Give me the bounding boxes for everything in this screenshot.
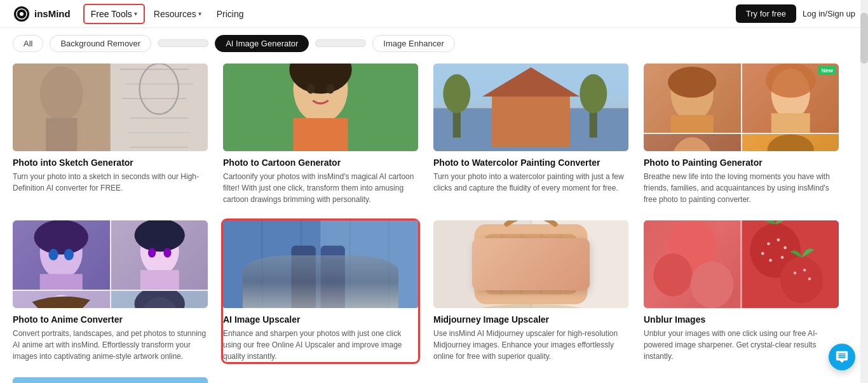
card-cartoon-desc: Cartoonify your photos with insMind's ma… <box>223 171 418 205</box>
new-badge: New <box>818 66 836 75</box>
svg-point-77 <box>653 253 692 297</box>
try-free-button[interactable]: Try for free <box>736 4 796 23</box>
svg-point-81 <box>777 238 780 241</box>
svg-point-80 <box>767 242 770 245</box>
svg-rect-40 <box>40 274 83 290</box>
filter-all[interactable]: All <box>13 35 43 52</box>
card-watercolor-image <box>433 64 628 151</box>
svg-point-10 <box>140 64 179 114</box>
card-midjourney[interactable]: Midjourney Image Upscaler Use insMind AI… <box>433 220 628 362</box>
svg-point-85 <box>761 252 764 255</box>
pricing-link[interactable]: Pricing <box>210 5 250 23</box>
login-button[interactable]: Log in/Sign up <box>803 9 855 18</box>
svg-point-78 <box>691 261 734 308</box>
card-cartoon-image <box>223 64 418 151</box>
painting-sub-4 <box>742 134 839 151</box>
filter-bar: All Background Remover AI Image Generato… <box>13 28 839 58</box>
anime-sub-4 <box>111 291 208 308</box>
svg-rect-6 <box>46 118 77 151</box>
svg-point-33 <box>765 64 815 98</box>
card-anime-image <box>13 220 208 308</box>
filter-placeholder2[interactable] <box>315 39 366 47</box>
filter-ai-generator[interactable]: AI Image Generator <box>215 35 309 52</box>
svg-point-25 <box>443 74 470 113</box>
card-painting-title: Photo to Painting Generator <box>644 158 839 168</box>
nav-right: Try for free Log in/Sign up <box>736 4 855 23</box>
svg-point-41 <box>34 220 88 255</box>
card-sketch-title: Photo into Sketch Generator <box>13 158 208 168</box>
scrollbar-thumb[interactable] <box>860 13 868 64</box>
chat-widget[interactable] <box>829 344 855 370</box>
chat-icon <box>835 350 849 364</box>
svg-rect-29 <box>671 115 714 133</box>
chevron-down-icon: ▾ <box>134 10 137 17</box>
svg-rect-3 <box>13 64 111 151</box>
anime-sub-3 <box>13 291 110 308</box>
card-unblur-title: Unblur Images <box>644 314 839 325</box>
card-anime-title: Photo to Anime Converter <box>13 314 208 325</box>
svg-point-87 <box>794 272 797 275</box>
card-midjourney-desc: Use insMind AI Midjourney upscaler for h… <box>433 328 628 362</box>
card-unblur[interactable]: Unblur Images Unblur your images with on… <box>644 220 839 362</box>
svg-point-82 <box>783 246 787 250</box>
card-cartoon[interactable]: Photo to Cartoon Generator Cartoonify yo… <box>223 64 418 205</box>
anime-sub-1 <box>13 220 110 290</box>
card-shoes[interactable] <box>13 377 208 383</box>
card-upscaler[interactable]: AI Image Upscaler Enhance and sharpen yo… <box>223 220 418 362</box>
svg-point-19 <box>327 84 334 93</box>
svg-point-2 <box>20 12 24 16</box>
card-midjourney-title: Midjourney Image Upscaler <box>433 314 628 325</box>
card-shoes-image <box>13 377 208 383</box>
svg-point-84 <box>769 259 772 262</box>
painting-sub-2: New <box>742 64 839 133</box>
svg-point-27 <box>580 74 607 113</box>
svg-rect-71 <box>521 257 541 271</box>
svg-rect-45 <box>140 270 179 290</box>
card-sketch[interactable]: Photo into Sketch Generator Turn your ph… <box>13 64 208 205</box>
svg-point-89 <box>808 278 811 281</box>
main-content: All Background Remover AI Image Generato… <box>0 28 851 383</box>
svg-rect-61 <box>321 246 345 308</box>
svg-point-42 <box>48 249 58 260</box>
resources-menu[interactable]: Resources ▾ <box>147 5 208 23</box>
nav-links: Free Tools ▾ Resources ▾ Pricing <box>83 4 736 24</box>
free-tools-menu[interactable]: Free Tools ▾ <box>83 4 145 24</box>
card-anime[interactable]: Photo to Anime Converter Convert portrai… <box>13 220 208 362</box>
scrollbar[interactable] <box>860 0 868 383</box>
logo[interactable]: insMind <box>13 5 71 23</box>
svg-point-34 <box>671 137 714 151</box>
svg-point-38 <box>767 135 813 151</box>
svg-rect-70 <box>484 234 578 294</box>
chevron-down-icon: ▾ <box>198 10 201 17</box>
svg-point-47 <box>147 248 155 257</box>
svg-rect-16 <box>294 118 348 151</box>
svg-point-86 <box>780 257 824 304</box>
svg-rect-4 <box>111 64 208 151</box>
painting-sub-1 <box>644 64 741 133</box>
svg-point-18 <box>307 84 315 93</box>
svg-point-53 <box>134 291 184 308</box>
svg-rect-54 <box>223 220 321 308</box>
svg-rect-72 <box>524 260 538 268</box>
pricing-label: Pricing <box>217 9 244 19</box>
logo-text: insMind <box>34 8 71 19</box>
filter-bg-remover[interactable]: Background Remover <box>50 35 151 52</box>
navbar: insMind Free Tools ▾ Resources ▾ Pricing… <box>0 0 868 28</box>
svg-point-48 <box>163 248 171 257</box>
card-painting[interactable]: New <box>644 64 839 205</box>
card-unblur-image <box>644 220 839 308</box>
svg-point-5 <box>40 67 83 121</box>
svg-point-30 <box>668 67 716 98</box>
card-watercolor[interactable]: Photo to Watercolor Painting Converter T… <box>433 64 628 205</box>
tools-grid: Photo into Sketch Generator Turn your ph… <box>13 58 839 383</box>
card-watercolor-desc: Turn your photo into a watercolor painti… <box>433 171 628 194</box>
filter-enhancer[interactable]: Image Enhancer <box>372 35 454 52</box>
card-sketch-image <box>13 64 208 151</box>
resources-label: Resources <box>154 9 196 19</box>
svg-point-83 <box>781 256 784 259</box>
painting-sub-3 <box>644 134 741 151</box>
logo-icon <box>13 5 31 23</box>
filter-placeholder1[interactable] <box>158 39 208 47</box>
card-unblur-desc: Unblur your images with one click using … <box>644 328 839 362</box>
svg-rect-32 <box>771 113 810 133</box>
